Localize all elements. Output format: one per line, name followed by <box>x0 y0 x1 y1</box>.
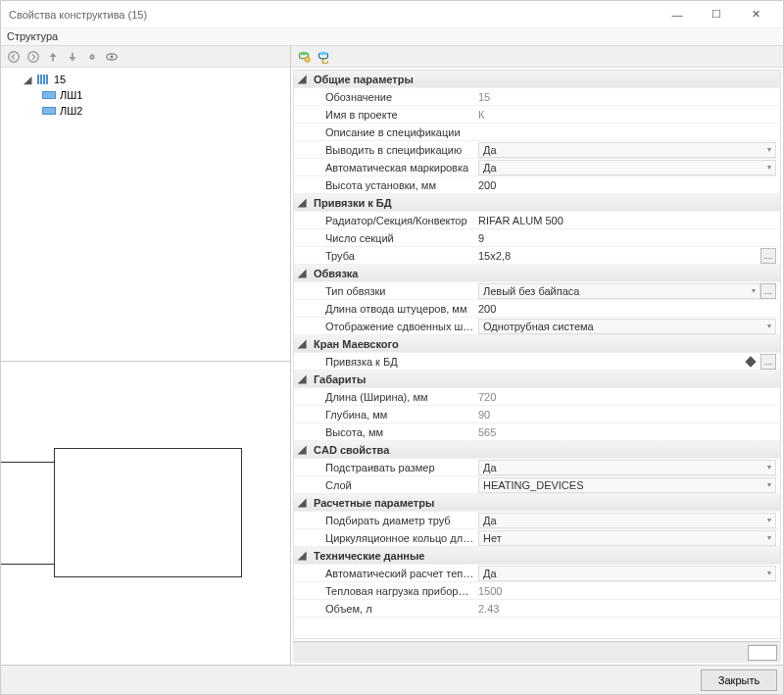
svg-point-8 <box>305 57 310 62</box>
property-value: 1500 <box>478 585 502 597</box>
group-header[interactable]: ◢Технические данные <box>294 547 780 565</box>
property-label: Длина отвода штуцеров, мм <box>310 303 474 315</box>
property-label: Тепловая нагрузка прибора, Вт <box>310 585 474 597</box>
property-label: Обозначение <box>310 91 474 103</box>
tree-root[interactable]: ◢ 15 <box>3 72 288 87</box>
expander-icon[interactable]: ◢ <box>294 267 310 279</box>
close-button[interactable]: ✕ <box>736 3 775 26</box>
minimize-button[interactable]: — <box>658 3 697 26</box>
property-value: 90 <box>478 409 490 421</box>
group-header[interactable]: ◢Обвязка <box>294 265 780 282</box>
expander-icon[interactable]: ◢ <box>294 73 310 85</box>
property-row: Привязка к БД… <box>294 353 780 371</box>
group-header[interactable]: ◢Кран Маевского <box>294 335 780 353</box>
expander-icon[interactable]: ◢ <box>294 496 310 509</box>
tree-root-label: 15 <box>54 74 66 85</box>
group-label: Кран Маевского <box>310 338 474 350</box>
property-grid[interactable]: ◢Общие параметрыОбозначение15Имя в проек… <box>293 70 781 639</box>
tree-view[interactable]: ◢ 15 ЛШ1 ЛШ2 <box>1 68 290 362</box>
dropdown[interactable]: Нет▾ <box>478 530 776 546</box>
chevron-down-icon: ▾ <box>767 322 771 330</box>
arrow-up-icon[interactable] <box>44 48 62 66</box>
expander-icon[interactable]: ◢ <box>23 74 32 84</box>
svg-rect-7 <box>46 74 48 84</box>
dropdown-value: HEATING_DEVICES <box>483 479 584 491</box>
db-link-icon[interactable] <box>295 48 313 66</box>
body: ◢ 15 ЛШ1 ЛШ2 <box>1 46 783 665</box>
group-label: Привязки к БД <box>310 197 474 209</box>
link-icon[interactable] <box>83 48 101 66</box>
property-row: Отображение сдвоенных штуцеров на…Однотр… <box>294 318 780 335</box>
dropdown[interactable]: Да▾ <box>478 160 776 175</box>
expander-icon[interactable]: ◢ <box>294 443 310 456</box>
dropdown[interactable]: Да▾ <box>478 513 776 528</box>
group-label: Обвязка <box>310 268 474 279</box>
maximize-button[interactable]: ☐ <box>697 3 736 26</box>
close-dialog-button[interactable]: Закрыть <box>701 670 777 691</box>
dropdown[interactable]: HEATING_DEVICES▾ <box>478 477 776 493</box>
tree-item-lsh1[interactable]: ЛШ1 <box>3 87 288 103</box>
tree-item-lsh2[interactable]: ЛШ2 <box>3 103 288 119</box>
property-row: Число секций9 <box>294 229 780 247</box>
diamond-icon <box>745 356 756 367</box>
property-row: Высота, мм565 <box>294 423 780 441</box>
group-header[interactable]: ◢Привязки к БД <box>294 194 780 212</box>
property-row: Обозначение15 <box>294 88 780 106</box>
structure-label: Структура <box>1 28 783 46</box>
preview-line <box>1 462 54 463</box>
property-row: Высота установки, мм200 <box>294 176 780 194</box>
property-label: Слой <box>310 479 474 491</box>
description-input[interactable] <box>748 645 777 661</box>
dropdown-value: Да <box>483 144 497 156</box>
property-row: Автоматический расчет тепловой нагру…Да▾ <box>294 565 780 582</box>
ellipsis-button[interactable]: … <box>760 283 776 299</box>
property-label: Выводить в спецификацию <box>310 144 474 156</box>
dropdown[interactable]: Да▾ <box>478 460 776 475</box>
chevron-down-icon: ▾ <box>767 569 771 577</box>
arrow-down-icon[interactable] <box>64 48 81 66</box>
expander-icon[interactable]: ◢ <box>294 549 310 562</box>
property-value[interactable]: 9 <box>478 232 484 244</box>
property-value[interactable]: 15x2,8 <box>478 250 760 262</box>
property-label: Отображение сдвоенных штуцеров на… <box>310 321 474 332</box>
property-value: 2.43 <box>478 603 499 615</box>
expander-icon[interactable]: ◢ <box>294 372 310 385</box>
property-label: Подстраивать размер <box>310 462 474 473</box>
eye-icon[interactable] <box>103 48 121 66</box>
property-value: 720 <box>478 391 496 403</box>
svg-point-3 <box>111 55 114 58</box>
ellipsis-button[interactable]: … <box>760 248 776 264</box>
group-header[interactable]: ◢Расчетные параметры <box>294 494 780 512</box>
tree-item-label: ЛШ1 <box>60 89 82 101</box>
property-value[interactable]: RIFAR ALUM 500 <box>478 215 564 226</box>
dropdown[interactable]: Однотрубная система▾ <box>478 319 776 334</box>
property-row: Циркуляционное кольцо для отчетовНет▾ <box>294 529 780 547</box>
dropdown[interactable]: Да▾ <box>478 566 776 581</box>
property-label: Число секций <box>310 232 474 244</box>
dropdown[interactable]: Да▾ <box>478 142 776 158</box>
left-panel: ◢ 15 ЛШ1 ЛШ2 <box>1 46 291 665</box>
chevron-down-icon: ▾ <box>752 286 756 295</box>
property-label: Глубина, мм <box>310 409 474 421</box>
bar-icon <box>42 91 56 99</box>
expander-icon[interactable]: ◢ <box>294 196 310 209</box>
property-row: Описание в спецификации <box>294 124 780 141</box>
dropdown[interactable]: Левый без байпаса▾ <box>478 283 760 299</box>
description-pane <box>293 641 781 663</box>
db-refresh-icon[interactable] <box>315 48 332 66</box>
property-label: Труба <box>310 250 474 262</box>
expander-icon[interactable]: ◢ <box>294 337 310 350</box>
property-label: Привязка к БД <box>310 356 474 368</box>
property-label: Циркуляционное кольцо для отчетов <box>310 532 474 544</box>
property-row: Объем, л2.43 <box>294 600 780 618</box>
group-header[interactable]: ◢CAD свойства <box>294 441 780 459</box>
nav-forward-icon[interactable] <box>24 48 42 66</box>
property-value[interactable]: 200 <box>478 303 496 315</box>
group-header[interactable]: ◢Общие параметры <box>294 71 780 88</box>
group-header[interactable]: ◢Габариты <box>294 371 780 388</box>
property-value[interactable]: 200 <box>478 179 496 191</box>
group-label: Общие параметры <box>310 74 474 85</box>
ellipsis-button[interactable]: … <box>760 354 776 370</box>
property-label: Подбирать диаметр труб <box>310 515 474 526</box>
nav-back-icon[interactable] <box>5 48 23 66</box>
